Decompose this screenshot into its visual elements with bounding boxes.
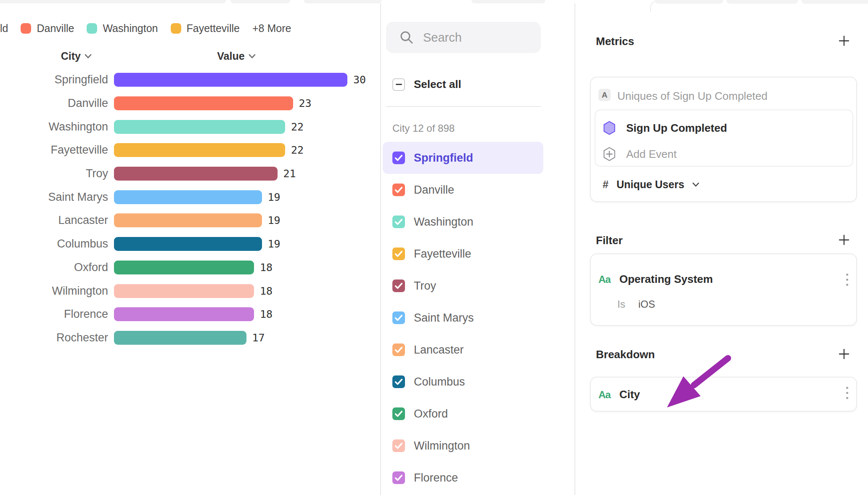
number-icon: # (603, 178, 609, 191)
filter-condition-row[interactable]: Is iOS (617, 298, 655, 310)
legend-swatch (87, 23, 97, 34)
chart-row-label: Lancaster (0, 214, 108, 227)
chart-row-label: Fayetteville (0, 144, 108, 157)
add-event-hexagon-icon (603, 146, 616, 162)
city-checkbox[interactable] (392, 375, 405, 388)
city-list-item[interactable]: Lancaster (383, 334, 543, 366)
chart-bar-value: 30 (353, 74, 366, 86)
chart-row-label: Rochester (0, 331, 108, 344)
chart-bar[interactable] (114, 284, 254, 298)
add-event-row[interactable]: Add Event (603, 146, 677, 162)
city-checkbox[interactable] (392, 471, 405, 484)
chart-row: Florence 18 (0, 303, 381, 326)
chart-bar[interactable] (114, 190, 262, 204)
breakdown-heading: Breakdown (596, 348, 655, 361)
chart-bar[interactable] (114, 261, 254, 274)
check-icon (394, 442, 403, 449)
legend-item[interactable]: Washington (87, 22, 158, 35)
chart-bar[interactable] (114, 307, 254, 321)
chart-bar[interactable] (114, 331, 246, 345)
search-input[interactable] (423, 31, 528, 45)
check-icon (394, 346, 403, 353)
city-checkbox[interactable] (392, 311, 405, 324)
select-all-checkbox[interactable] (392, 78, 405, 91)
aggregation-selector[interactable]: # Unique Users (603, 178, 699, 191)
chart-bar-value: 21 (283, 168, 296, 180)
city-checkbox[interactable] (392, 279, 405, 292)
city-checkbox[interactable] (392, 152, 405, 164)
chart-bar-value: 18 (260, 261, 273, 274)
chart-row: Lancaster 19 (0, 209, 381, 232)
filter-property-row[interactable]: Aa Operating System (598, 273, 713, 286)
breakdown-card[interactable]: Aa City (590, 377, 857, 412)
metric-card[interactable]: A Uniques of Sign Up Completed Sign Up C… (590, 77, 857, 202)
chart-bar-value: 19 (268, 238, 281, 250)
legend-swatch (21, 23, 31, 34)
chart-bar[interactable] (114, 120, 285, 134)
city-list-item[interactable]: Troy (383, 270, 543, 302)
chart-bar-value: 22 (291, 121, 304, 133)
legend-more-link[interactable]: +8 More (252, 22, 291, 35)
legend-item-cutoff: ld (0, 22, 8, 35)
toolbar-strip (0, 0, 226, 3)
legend-item[interactable]: Danville (21, 22, 74, 35)
chart-row: Saint Marys 19 (0, 185, 381, 209)
filter-operator: Is (617, 298, 625, 310)
city-list-item[interactable]: Fayetteville (383, 238, 543, 270)
check-icon (394, 410, 403, 417)
picker-group-label: City 12 of 898 (392, 122, 455, 134)
city-list-item[interactable]: Columbus (383, 366, 543, 398)
city-checkbox[interactable] (392, 248, 405, 260)
column-header-city[interactable]: City (0, 50, 92, 62)
city-checkbox[interactable] (392, 439, 405, 452)
column-header-value[interactable]: Value (114, 50, 359, 62)
chevron-down-icon (85, 54, 92, 59)
chart-bar-value: 19 (268, 214, 281, 226)
city-list: Springfield Danville Washington Fayettev… (383, 142, 543, 494)
city-list-item[interactable]: Florence (383, 462, 543, 494)
chevron-down-icon (249, 54, 256, 59)
chart-bar[interactable] (114, 143, 285, 157)
select-all-row[interactable]: Select all (392, 78, 461, 91)
city-list-item[interactable]: Saint Marys (383, 302, 543, 334)
event-hexagon-icon (603, 120, 616, 136)
chart-bar[interactable] (114, 96, 293, 110)
breakdown-property-row[interactable]: Aa City (598, 388, 640, 401)
city-list-item[interactable]: Oxford (383, 398, 543, 430)
city-checkbox[interactable] (392, 216, 405, 228)
add-filter-button[interactable] (839, 234, 849, 245)
check-icon (394, 186, 403, 193)
chart-bar[interactable] (114, 73, 347, 87)
filter-card[interactable]: Aa Operating System Is iOS (590, 253, 857, 326)
city-list-item[interactable]: Danville (383, 174, 543, 206)
chart-bar-value: 17 (252, 332, 265, 344)
city-list-item[interactable]: Wilmington (383, 430, 543, 462)
chevron-down-icon (692, 182, 699, 187)
city-list-item[interactable]: Springfield (383, 142, 543, 174)
city-list-item[interactable]: Washington (383, 206, 543, 238)
legend-item[interactable]: Fayetteville (171, 22, 240, 35)
kebab-menu-icon[interactable] (845, 274, 849, 286)
chart-row: Danville 23 (0, 92, 381, 115)
check-icon (394, 218, 403, 225)
chart-bar[interactable] (114, 213, 262, 227)
add-breakdown-button[interactable] (839, 349, 849, 359)
city-checkbox[interactable] (392, 343, 405, 356)
chart-row-label: Florence (0, 308, 108, 321)
chart-bar-value: 18 (260, 285, 273, 297)
event-name: Sign Up Completed (626, 122, 727, 135)
add-metric-button[interactable] (839, 35, 849, 46)
filter-property: Operating System (619, 273, 713, 286)
check-icon (394, 154, 403, 161)
kebab-menu-icon[interactable] (845, 387, 849, 399)
add-event-label: Add Event (626, 148, 677, 161)
chart-bar[interactable] (114, 237, 262, 251)
chart-bar[interactable] (114, 167, 278, 181)
check-icon (394, 282, 403, 289)
city-checkbox[interactable] (392, 407, 405, 420)
chart-bar-value: 23 (299, 97, 312, 109)
city-checkbox[interactable] (392, 184, 405, 196)
search-box[interactable] (386, 22, 541, 53)
event-row[interactable]: Sign Up Completed (603, 120, 727, 136)
chart-row: Springfield 30 (0, 68, 381, 92)
